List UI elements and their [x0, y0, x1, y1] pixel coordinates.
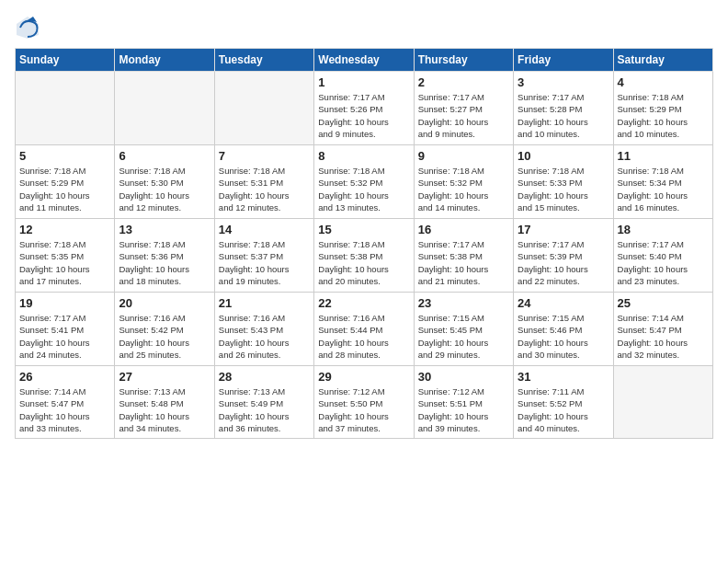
logo-icon: [15, 15, 40, 40]
table-row: 20Sunrise: 7:16 AM Sunset: 5:42 PM Dayli…: [115, 293, 214, 366]
day-info: Sunrise: 7:14 AM Sunset: 5:47 PM Dayligh…: [618, 312, 709, 361]
day-number: 26: [19, 370, 110, 384]
day-number: 24: [518, 296, 609, 310]
logo: [15, 15, 44, 40]
weekday-tuesday: Tuesday: [214, 49, 313, 72]
day-number: 22: [318, 296, 409, 310]
day-number: 2: [418, 75, 509, 89]
table-row: 23Sunrise: 7:15 AM Sunset: 5:45 PM Dayli…: [414, 293, 513, 366]
day-info: Sunrise: 7:16 AM Sunset: 5:43 PM Dayligh…: [219, 312, 310, 361]
day-info: Sunrise: 7:18 AM Sunset: 5:37 PM Dayligh…: [219, 238, 310, 287]
table-row: 13Sunrise: 7:18 AM Sunset: 5:36 PM Dayli…: [115, 219, 214, 293]
day-number: 30: [418, 370, 509, 384]
table-row: 9Sunrise: 7:18 AM Sunset: 5:32 PM Daylig…: [414, 145, 513, 219]
table-row: 16Sunrise: 7:17 AM Sunset: 5:38 PM Dayli…: [414, 219, 513, 293]
day-number: 13: [119, 223, 210, 236]
weekday-wednesday: Wednesday: [314, 49, 414, 72]
day-info: Sunrise: 7:11 AM Sunset: 5:52 PM Dayligh…: [518, 385, 609, 434]
day-number: 25: [618, 296, 709, 310]
day-number: 10: [518, 149, 609, 163]
table-row: 17Sunrise: 7:17 AM Sunset: 5:39 PM Dayli…: [514, 219, 613, 293]
day-info: Sunrise: 7:18 AM Sunset: 5:36 PM Dayligh…: [119, 238, 210, 287]
table-row: 6Sunrise: 7:18 AM Sunset: 5:30 PM Daylig…: [115, 145, 214, 219]
table-row: [115, 72, 214, 145]
day-info: Sunrise: 7:15 AM Sunset: 5:45 PM Dayligh…: [418, 312, 509, 361]
table-row: 30Sunrise: 7:12 AM Sunset: 5:51 PM Dayli…: [414, 366, 513, 439]
table-row: [214, 72, 313, 145]
table-row: 14Sunrise: 7:18 AM Sunset: 5:37 PM Dayli…: [214, 219, 313, 293]
day-info: Sunrise: 7:12 AM Sunset: 5:51 PM Dayligh…: [418, 385, 509, 434]
table-row: 2Sunrise: 7:17 AM Sunset: 5:27 PM Daylig…: [414, 72, 513, 145]
table-row: 27Sunrise: 7:13 AM Sunset: 5:48 PM Dayli…: [115, 366, 214, 439]
day-info: Sunrise: 7:16 AM Sunset: 5:44 PM Dayligh…: [318, 312, 409, 361]
day-number: 23: [418, 296, 509, 310]
day-info: Sunrise: 7:18 AM Sunset: 5:30 PM Dayligh…: [119, 165, 210, 213]
day-info: Sunrise: 7:17 AM Sunset: 5:41 PM Dayligh…: [19, 312, 110, 361]
day-number: 3: [518, 75, 609, 89]
day-info: Sunrise: 7:13 AM Sunset: 5:49 PM Dayligh…: [219, 385, 310, 434]
day-number: 20: [119, 296, 210, 310]
weekday-sunday: Sunday: [16, 49, 115, 72]
weekday-monday: Monday: [115, 49, 214, 72]
day-number: 11: [618, 149, 709, 163]
day-number: 16: [418, 223, 509, 236]
day-number: 12: [19, 223, 110, 236]
day-number: 1: [318, 75, 409, 89]
day-number: 31: [518, 370, 609, 384]
day-number: 18: [618, 223, 709, 236]
table-row: [16, 72, 115, 145]
day-number: 4: [618, 75, 709, 89]
table-row: 8Sunrise: 7:18 AM Sunset: 5:32 PM Daylig…: [314, 145, 414, 219]
day-info: Sunrise: 7:12 AM Sunset: 5:50 PM Dayligh…: [318, 385, 409, 434]
day-info: Sunrise: 7:18 AM Sunset: 5:35 PM Dayligh…: [19, 238, 110, 287]
table-row: 18Sunrise: 7:17 AM Sunset: 5:40 PM Dayli…: [613, 219, 712, 293]
table-row: 28Sunrise: 7:13 AM Sunset: 5:49 PM Dayli…: [214, 366, 313, 439]
day-number: 29: [318, 370, 409, 384]
table-row: 15Sunrise: 7:18 AM Sunset: 5:38 PM Dayli…: [314, 219, 414, 293]
day-number: 21: [219, 296, 310, 310]
day-number: 6: [119, 149, 210, 163]
day-number: 5: [19, 149, 110, 163]
table-row: 26Sunrise: 7:14 AM Sunset: 5:47 PM Dayli…: [16, 366, 115, 439]
page-header: [15, 15, 713, 40]
day-number: 27: [119, 370, 210, 384]
day-info: Sunrise: 7:17 AM Sunset: 5:38 PM Dayligh…: [418, 238, 509, 287]
day-info: Sunrise: 7:15 AM Sunset: 5:46 PM Dayligh…: [518, 312, 609, 361]
day-info: Sunrise: 7:17 AM Sunset: 5:26 PM Dayligh…: [318, 91, 409, 140]
calendar-body: 1Sunrise: 7:17 AM Sunset: 5:26 PM Daylig…: [16, 72, 713, 439]
day-info: Sunrise: 7:18 AM Sunset: 5:29 PM Dayligh…: [19, 165, 110, 213]
day-info: Sunrise: 7:13 AM Sunset: 5:48 PM Dayligh…: [119, 385, 210, 434]
table-row: 1Sunrise: 7:17 AM Sunset: 5:26 PM Daylig…: [314, 72, 414, 145]
table-row: 19Sunrise: 7:17 AM Sunset: 5:41 PM Dayli…: [16, 293, 115, 366]
day-info: Sunrise: 7:18 AM Sunset: 5:38 PM Dayligh…: [318, 238, 409, 287]
calendar-header: Sunday Monday Tuesday Wednesday Thursday…: [16, 49, 713, 72]
day-info: Sunrise: 7:18 AM Sunset: 5:29 PM Dayligh…: [618, 91, 709, 140]
table-row: 12Sunrise: 7:18 AM Sunset: 5:35 PM Dayli…: [16, 219, 115, 293]
day-info: Sunrise: 7:17 AM Sunset: 5:27 PM Dayligh…: [418, 91, 509, 140]
table-row: 5Sunrise: 7:18 AM Sunset: 5:29 PM Daylig…: [16, 145, 115, 219]
day-info: Sunrise: 7:18 AM Sunset: 5:31 PM Dayligh…: [219, 165, 310, 213]
table-row: 11Sunrise: 7:18 AM Sunset: 5:34 PM Dayli…: [613, 145, 712, 219]
day-info: Sunrise: 7:18 AM Sunset: 5:32 PM Dayligh…: [318, 165, 409, 213]
table-row: 3Sunrise: 7:17 AM Sunset: 5:28 PM Daylig…: [514, 72, 613, 145]
calendar-table: Sunday Monday Tuesday Wednesday Thursday…: [15, 48, 713, 439]
day-info: Sunrise: 7:16 AM Sunset: 5:42 PM Dayligh…: [119, 312, 210, 361]
table-row: 10Sunrise: 7:18 AM Sunset: 5:33 PM Dayli…: [514, 145, 613, 219]
svg-marker-0: [17, 17, 39, 39]
table-row: 24Sunrise: 7:15 AM Sunset: 5:46 PM Dayli…: [514, 293, 613, 366]
day-info: Sunrise: 7:18 AM Sunset: 5:32 PM Dayligh…: [418, 165, 509, 213]
day-number: 15: [318, 223, 409, 236]
day-number: 14: [219, 223, 310, 236]
day-number: 9: [418, 149, 509, 163]
day-info: Sunrise: 7:14 AM Sunset: 5:47 PM Dayligh…: [19, 385, 110, 434]
table-row: [613, 366, 712, 439]
table-row: 25Sunrise: 7:14 AM Sunset: 5:47 PM Dayli…: [613, 293, 712, 366]
day-number: 28: [219, 370, 310, 384]
weekday-thursday: Thursday: [414, 49, 513, 72]
table-row: 31Sunrise: 7:11 AM Sunset: 5:52 PM Dayli…: [514, 366, 613, 439]
day-info: Sunrise: 7:18 AM Sunset: 5:33 PM Dayligh…: [518, 165, 609, 213]
day-info: Sunrise: 7:17 AM Sunset: 5:28 PM Dayligh…: [518, 91, 609, 140]
table-row: 4Sunrise: 7:18 AM Sunset: 5:29 PM Daylig…: [613, 72, 712, 145]
day-number: 17: [518, 223, 609, 236]
table-row: 22Sunrise: 7:16 AM Sunset: 5:44 PM Dayli…: [314, 293, 414, 366]
